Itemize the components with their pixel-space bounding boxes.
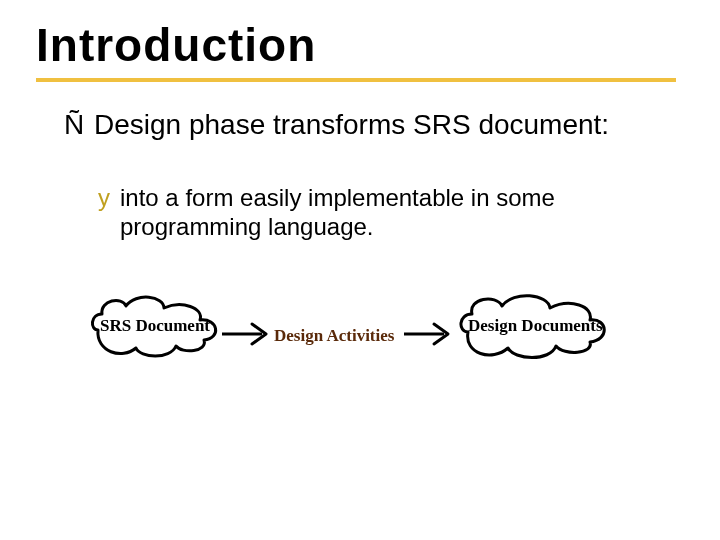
slide: Introduction Ñ Design phase transforms S…: [0, 0, 720, 540]
middle-label: Design Activities: [274, 326, 394, 346]
diagram: SRS Document Design Activities Design Do…: [86, 290, 646, 370]
title-underline: [36, 78, 676, 82]
arrow-left-icon: [218, 314, 278, 354]
bullet-level-1: Ñ Design phase transforms SRS document:: [68, 108, 668, 141]
bullet2-symbol: y: [98, 184, 110, 213]
bullet1-symbol: Ñ: [64, 108, 84, 141]
bullet2-text: into a form easily implementable in some…: [120, 184, 658, 242]
cloud-left-label: SRS Document: [100, 316, 210, 336]
bullet-level-2: y into a form easily implementable in so…: [98, 184, 658, 242]
arrow-right-icon: [400, 314, 460, 354]
slide-title: Introduction: [36, 18, 316, 72]
bullet1-text: Design phase transforms SRS document:: [94, 108, 668, 141]
cloud-right-label: Design Documents: [468, 316, 603, 336]
